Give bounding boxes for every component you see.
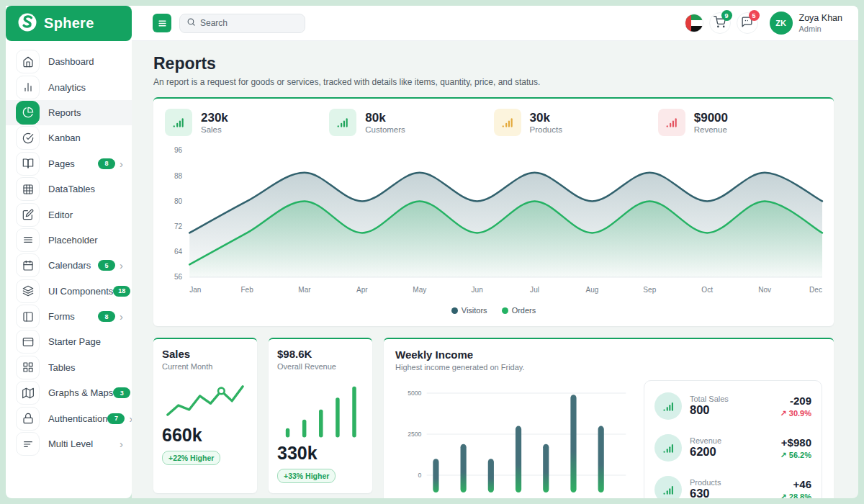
sales-sparkline xyxy=(162,377,248,423)
sidebar-item-multi-level[interactable]: Multi Level› xyxy=(6,431,132,456)
svg-text:Apr: Apr xyxy=(356,286,368,294)
layers-icon xyxy=(16,279,40,303)
sidebar-item-authentication[interactable]: Authentication7› xyxy=(6,405,132,431)
sidebar-item-label: Multi Level xyxy=(48,438,93,449)
bar-chart-icon xyxy=(654,392,682,420)
page-subtitle: An report is a request for goods or serv… xyxy=(153,77,834,87)
sales-card-title: Sales xyxy=(162,348,248,360)
sidebar-item-forms[interactable]: Forms8› xyxy=(6,304,132,329)
pie-chart-icon xyxy=(16,101,40,125)
sidebar-item-reports[interactable]: Reports xyxy=(6,100,132,125)
sidebar-item-label: Kanban xyxy=(48,132,81,143)
weekly-stat-label: Revenue xyxy=(690,436,721,445)
sidebar-item-label: Starter Page xyxy=(48,336,101,347)
sales-card: Sales Current Month 660k +22% Higher xyxy=(153,338,257,493)
weekly-stat-label: Products xyxy=(690,478,721,487)
weekly-stat-value: 630 xyxy=(690,487,721,498)
svg-text:56: 56 xyxy=(174,274,183,282)
search-icon xyxy=(186,17,196,30)
bar-chart-icon xyxy=(494,109,521,136)
sidebar-item-label: Pages xyxy=(48,158,75,169)
stat-customers: 80kCustomers xyxy=(329,109,493,136)
brand-logo[interactable]: Sphere xyxy=(6,6,132,41)
grid-icon xyxy=(16,356,40,379)
svg-text:72: 72 xyxy=(174,222,183,230)
weekly-stat-percent: ↗ 30.9% xyxy=(780,409,811,418)
sidebar-item-label: Analytics xyxy=(48,82,86,93)
legend-dot-icon xyxy=(502,307,508,314)
weekly-income-title: Weekly Income xyxy=(395,348,822,361)
overview-card: 230kSales80kCustomers30kProducts$9000Rev… xyxy=(153,97,834,326)
stat-label: Sales xyxy=(201,125,228,134)
sidebar-item-label: Calendars xyxy=(48,260,91,271)
sidebar-item-badge: 5 xyxy=(98,260,115,271)
sidebar-item-label: Reports xyxy=(48,107,81,118)
bar-chart-icon xyxy=(16,76,40,99)
sidebar-item-dashboard[interactable]: Dashboard xyxy=(6,49,132,74)
sidebar-item-datatables[interactable]: DataTables xyxy=(6,176,132,202)
trend-up-arrow-icon: ↗ xyxy=(780,409,787,418)
app-frame: Sphere DashboardAnalyticsReportsKanbanPa… xyxy=(6,6,858,498)
search-box[interactable] xyxy=(179,14,305,33)
user-role: Admin xyxy=(799,24,842,33)
avatar: ZK xyxy=(770,12,793,35)
map-icon xyxy=(16,381,40,405)
legend-orders[interactable]: Orders xyxy=(502,306,536,315)
sidebar-item-editor[interactable]: Editor xyxy=(6,202,132,227)
sidebar-item-badge: 18 xyxy=(113,286,130,297)
sales-change-badge: +22% Higher xyxy=(162,451,220,465)
weekly-stat-delta: -209 xyxy=(780,395,811,407)
page-title: Reports xyxy=(153,54,834,73)
sidebar-item-ui-components[interactable]: UI Components18› xyxy=(6,279,132,304)
main-area: 9 5 ZK Zoya Khan Admin xyxy=(132,6,858,498)
bar-chart-icon xyxy=(329,109,356,136)
legend-dot-icon xyxy=(451,307,458,314)
svg-text:Nov: Nov xyxy=(758,286,771,294)
sidebar-item-graphs-maps[interactable]: Graphs & Maps3› xyxy=(6,380,132,405)
stat-value: 230k xyxy=(201,111,228,125)
sidebar-item-pages[interactable]: Pages8› xyxy=(6,151,132,176)
chevron-right-icon: › xyxy=(120,260,123,271)
browser-icon xyxy=(16,330,40,354)
svg-text:Sep: Sep xyxy=(643,286,656,294)
sales-card-value: 660k xyxy=(162,425,248,446)
bar-chart-icon xyxy=(165,109,192,136)
menu-toggle-button[interactable] xyxy=(153,14,171,32)
visitors-orders-chart: 968880726456JanFebMarAprMayJunJulAugSepO… xyxy=(161,139,827,315)
trend-up-arrow-icon: ↗ xyxy=(780,492,787,499)
sidebar-item-badge: 3 xyxy=(113,387,130,398)
topbar: 9 5 ZK Zoya Khan Admin xyxy=(132,6,858,41)
weekly-stat-percent: ↗ 28.8% xyxy=(780,492,811,499)
weekly-stat-delta: +46 xyxy=(780,478,811,490)
messages-badge: 5 xyxy=(749,10,760,21)
revenue-card: $98.6K Overall Revenue 330k +33% Higher xyxy=(269,338,372,493)
multi-level-icon xyxy=(16,432,40,456)
sphere-logo-icon xyxy=(17,12,37,35)
sidebar-item-label: UI Components xyxy=(48,286,113,297)
sidebar-item-analytics[interactable]: Analytics xyxy=(6,74,132,99)
weekly-stat-value: 6200 xyxy=(690,445,721,459)
search-input[interactable] xyxy=(200,18,298,28)
sidebar-item-kanban[interactable]: Kanban xyxy=(6,125,132,150)
cart-button[interactable]: 9 xyxy=(709,12,731,34)
svg-text:2500: 2500 xyxy=(408,431,421,438)
sidebar-item-label: DataTables xyxy=(48,184,95,194)
sidebar-item-placeholder[interactable]: Placeholder xyxy=(6,228,132,253)
weekly-stat-total-sales: Total Sales800-209↗ 30.9% xyxy=(654,385,811,427)
sidebar-item-starter-page[interactable]: Starter Page xyxy=(6,329,132,354)
sidebar-item-calendars[interactable]: Calendars5› xyxy=(6,253,132,278)
cards-row: Sales Current Month 660k +22% Higher $98… xyxy=(153,338,834,498)
sidebar-item-tables[interactable]: Tables xyxy=(6,355,132,380)
left-cards-column: Sales Current Month 660k +22% Higher $98… xyxy=(153,338,372,498)
form-icon xyxy=(16,305,40,328)
weekly-stats-box: Total Sales800-209↗ 30.9%Revenue6200+$98… xyxy=(644,380,822,498)
user-menu[interactable]: ZK Zoya Khan Admin xyxy=(770,12,842,35)
revenue-change-badge: +33% Higher xyxy=(277,469,336,483)
uae-flag-icon[interactable] xyxy=(685,14,703,32)
legend-visitors[interactable]: Visitors xyxy=(451,306,487,315)
stat-value: $9000 xyxy=(694,111,728,125)
weekly-income-card: Weekly Income Highest income generated o… xyxy=(384,338,834,498)
sidebar-item-label: Authentication xyxy=(48,413,107,424)
messages-button[interactable]: 5 xyxy=(737,12,758,34)
stat-label: Products xyxy=(530,125,562,134)
